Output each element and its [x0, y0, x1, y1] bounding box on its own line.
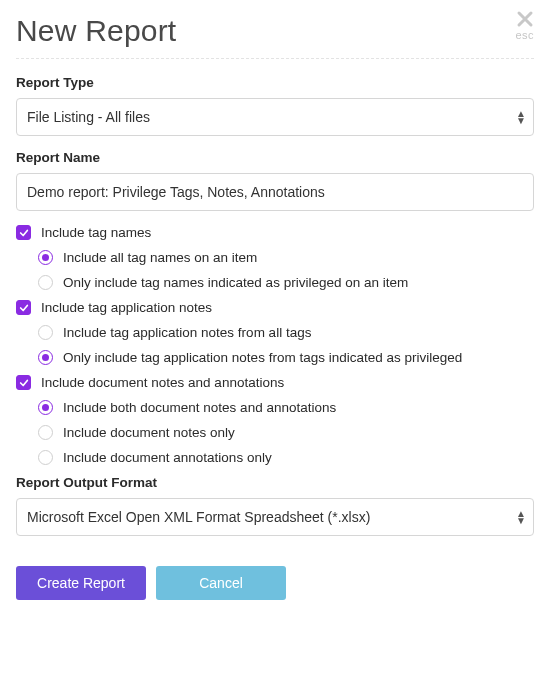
checkbox-icon — [16, 375, 31, 390]
modal-header: New Report esc — [16, 14, 534, 59]
output-format-group: Report Output Format Microsoft Excel Ope… — [16, 475, 534, 536]
radio-icon — [38, 250, 53, 265]
tag-names-opt-all[interactable]: Include all tag names on an item — [16, 250, 534, 265]
esc-label: esc — [515, 30, 534, 41]
doc-notes-opt-ann[interactable]: Include document annotations only — [16, 450, 534, 465]
radio-icon — [38, 275, 53, 290]
doc-notes-opt-ann-label: Include document annotations only — [63, 450, 272, 465]
modal-title: New Report — [16, 14, 176, 48]
include-tag-names-label: Include tag names — [41, 225, 151, 240]
report-name-input[interactable] — [16, 173, 534, 211]
include-doc-notes-label: Include document notes and annotations — [41, 375, 284, 390]
include-tag-notes-block: Include tag application notes Include ta… — [16, 300, 534, 365]
report-type-select[interactable]: File Listing - All files — [16, 98, 534, 136]
include-tag-notes-checkbox[interactable]: Include tag application notes — [16, 300, 534, 315]
tag-names-opt-all-label: Include all tag names on an item — [63, 250, 257, 265]
doc-notes-opt-both-label: Include both document notes and annotati… — [63, 400, 336, 415]
radio-icon — [38, 325, 53, 340]
checkbox-icon — [16, 225, 31, 240]
cancel-button[interactable]: Cancel — [156, 566, 286, 600]
radio-icon — [38, 400, 53, 415]
new-report-modal: New Report esc Report Type File Listing … — [0, 0, 550, 616]
tag-notes-opt-priv[interactable]: Only include tag application notes from … — [16, 350, 534, 365]
checkbox-icon — [16, 300, 31, 315]
output-format-select[interactable]: Microsoft Excel Open XML Format Spreadsh… — [16, 498, 534, 536]
modal-footer: Create Report Cancel — [16, 566, 534, 600]
include-tag-names-block: Include tag names Include all tag names … — [16, 225, 534, 290]
tag-names-opt-priv-label: Only include tag names indicated as priv… — [63, 275, 408, 290]
tag-notes-opt-all-label: Include tag application notes from all t… — [63, 325, 311, 340]
report-name-label: Report Name — [16, 150, 534, 165]
radio-icon — [38, 350, 53, 365]
output-format-label: Report Output Format — [16, 475, 534, 490]
tag-notes-opt-priv-label: Only include tag application notes from … — [63, 350, 462, 365]
report-type-group: Report Type File Listing - All files ▲▼ — [16, 75, 534, 136]
tag-notes-opt-all[interactable]: Include tag application notes from all t… — [16, 325, 534, 340]
report-name-group: Report Name — [16, 150, 534, 211]
include-doc-notes-block: Include document notes and annotations I… — [16, 375, 534, 465]
tag-names-opt-priv[interactable]: Only include tag names indicated as priv… — [16, 275, 534, 290]
report-type-label: Report Type — [16, 75, 534, 90]
include-doc-notes-checkbox[interactable]: Include document notes and annotations — [16, 375, 534, 390]
radio-icon — [38, 425, 53, 440]
include-tag-names-checkbox[interactable]: Include tag names — [16, 225, 534, 240]
radio-icon — [38, 450, 53, 465]
doc-notes-opt-notes-label: Include document notes only — [63, 425, 235, 440]
doc-notes-opt-both[interactable]: Include both document notes and annotati… — [16, 400, 534, 415]
include-tag-notes-label: Include tag application notes — [41, 300, 212, 315]
close-button[interactable]: esc — [515, 10, 534, 41]
doc-notes-opt-notes[interactable]: Include document notes only — [16, 425, 534, 440]
create-report-button[interactable]: Create Report — [16, 566, 146, 600]
